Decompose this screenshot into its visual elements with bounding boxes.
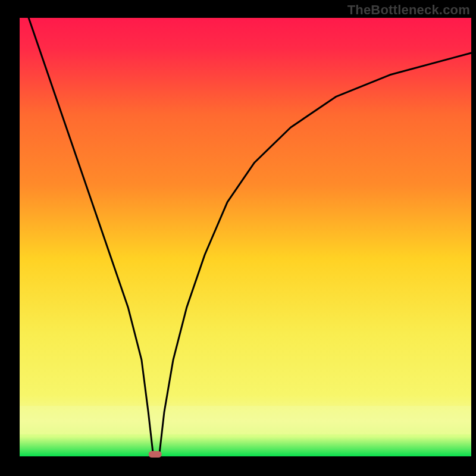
chart-canvas: [0, 0, 476, 476]
highlight-band: [20, 406, 471, 434]
valley-marker: [149, 451, 162, 458]
watermark-text: TheBottleneck.com: [347, 2, 470, 18]
plot-background: [20, 18, 471, 456]
chart-frame: TheBottleneck.com: [0, 0, 476, 476]
